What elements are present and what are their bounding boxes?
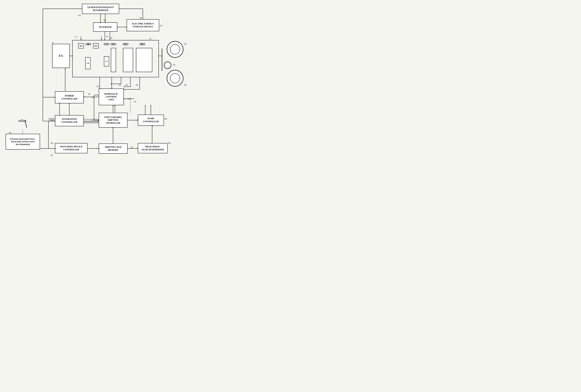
label-11: 11: [74, 36, 77, 38]
wheel-top-inner: [170, 44, 180, 54]
label-12: 12: [149, 37, 151, 40]
c0-component: C0: [85, 57, 90, 69]
c1-component: C1: [104, 56, 109, 66]
transmission-box: M1 B0 M2 C2 B1 B2 B3 C0 C1: [72, 40, 159, 77]
label-64: 64: [78, 14, 81, 17]
switching-ctrl-box: SWITCHING DEVICE CONTROLLER: [55, 143, 87, 153]
label-42: 42: [88, 92, 90, 96]
step-variable-box: STEP-VARIABLE SHIFTING ONTROLLER: [99, 113, 127, 128]
electric-storage-box: ELECTRIC-ENERGY STORAGE DEVICE: [127, 19, 159, 31]
label-8: 8: [52, 41, 53, 44]
b3-component: B3: [140, 43, 145, 45]
label-50: 50: [9, 131, 11, 134]
label-44: 44: [103, 19, 106, 22]
pump-ctrl-box: PUMP CONTROLLER: [138, 114, 164, 126]
label-68: 68: [164, 118, 167, 120]
label-36: 36: [173, 63, 175, 66]
diagram: GENERATION REQUEST DETERMINER INVERTER E…: [0, 0, 290, 196]
label-10: 10: [160, 24, 162, 27]
label-30: 30: [135, 84, 138, 86]
hybrid-ctrl-box: HYBRID CONTROLLER: [55, 91, 84, 104]
label-20: 20: [110, 36, 112, 40]
shifting-map-box: SHIFTING-MAP MEMORY: [99, 144, 127, 154]
label-26: 26: [119, 84, 121, 86]
label-24: 24: [96, 85, 99, 88]
eg-box: E/G: [52, 44, 70, 68]
label-46: 46: [140, 16, 142, 20]
hybrid-ctrl-label: HYBRID CONTROLLER: [61, 94, 77, 100]
m2-component: M2: [93, 43, 99, 48]
step-variable-label: STEP-VARIABLE SHIFTING ONTROLLER: [104, 116, 122, 125]
svg-marker-54: [150, 105, 151, 106]
gen-request-box: GENERATION REQUEST DETERMINER: [82, 4, 119, 14]
label-16: 16: [106, 35, 108, 38]
b2-plates: [123, 48, 133, 72]
svg-marker-34: [123, 86, 124, 87]
wheel-bottom-inner: [170, 73, 180, 83]
gen-ctrl-label: GENERATION CONTROLLER: [61, 118, 77, 124]
label-28: 28: [125, 84, 127, 86]
label-38b: 38: [184, 84, 186, 86]
power-trans-label: POWER-TRANSMITTING- PATH DISCONNECTION D…: [10, 138, 35, 146]
b1-component: B1: [111, 43, 116, 45]
eg-label: E/G: [59, 54, 63, 58]
pump-ctrl-label: PUMP CONTROLLER: [143, 117, 159, 123]
gen-ctrl-box: GENERATION CONTROLLER: [55, 115, 84, 126]
electric-storage-label: ELECTRIC-ENERGY STORAGE DEVICE: [132, 22, 154, 28]
label-58: 58: [168, 142, 170, 144]
label-38a: 38: [184, 42, 186, 46]
hydraulic-ctrl-box: HYDRAULIC CONTROL UNIT: [99, 88, 124, 105]
label-60: 60: [51, 142, 53, 144]
label-56: 56: [92, 96, 94, 99]
m1-component: M1: [78, 43, 84, 48]
high-speed-box: HIGH-SPEED- GEAR DETERMINER: [138, 143, 168, 153]
svg-marker-95: [145, 105, 146, 106]
label-66: 66: [51, 119, 53, 122]
label-62: 62: [51, 154, 53, 157]
hydraulic-ctrl-label: HYDRAULIC CONTROL UNIT: [104, 92, 118, 101]
label-52: 52: [91, 119, 94, 122]
shifting-map-label: SHIFTING-MAP MEMORY: [105, 146, 122, 152]
power-trans-box: POWER-TRANSMITTING- PATH DISCONNECTION D…: [5, 134, 40, 150]
svg-marker-31: [111, 83, 111, 84]
high-speed-label: HIGH-SPEED- GEAR DETERMINER: [141, 145, 164, 151]
gen-request-label: GENERATION REQUEST DETERMINER: [87, 6, 114, 12]
c2-component: C2: [104, 43, 109, 45]
differential: [164, 62, 171, 69]
b3-plates: [136, 48, 152, 72]
switching-ctrl-label: SWITCHING DEVICE CONTROLLER: [60, 145, 83, 151]
b1-plates: [111, 48, 116, 72]
inverter-label: INVERTER: [99, 26, 111, 29]
joystick-group: [19, 120, 26, 131]
svg-marker-24: [65, 68, 66, 70]
label-54: 54: [130, 146, 133, 149]
label-32: 32: [134, 100, 136, 103]
label-op: O/P: [127, 98, 131, 100]
inverter-box: INVERTER: [93, 22, 117, 32]
b2-component: B2: [123, 43, 128, 45]
b0-component: B0: [86, 43, 91, 45]
